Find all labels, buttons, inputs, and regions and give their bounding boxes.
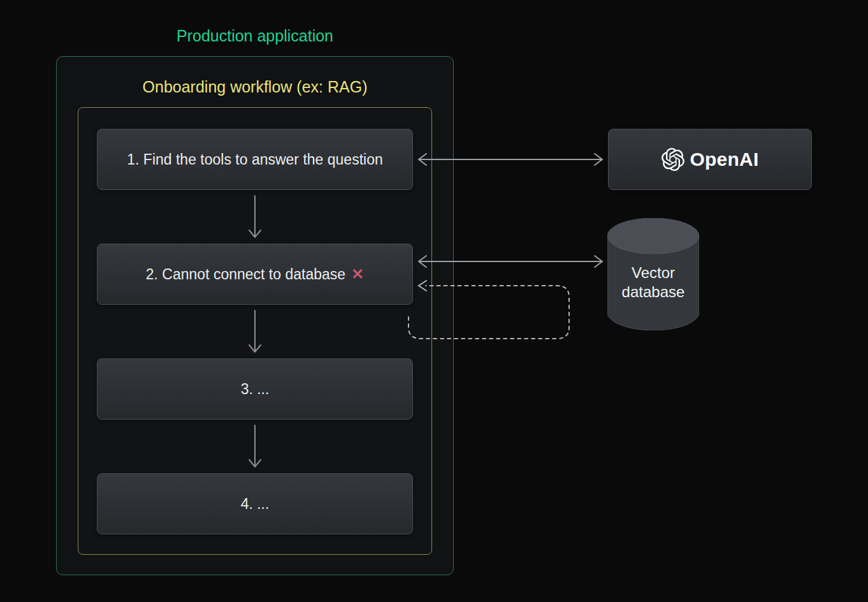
error-x-icon: ✕ xyxy=(351,265,364,283)
workflow-step-2-label: 2. Cannot connect to database xyxy=(146,266,345,283)
openai-node-label: OpenAI xyxy=(690,149,759,170)
onboarding-workflow-title: Onboarding workflow (ex: RAG) xyxy=(78,77,432,97)
workflow-step-1: 1. Find the tools to answer the question xyxy=(97,129,413,190)
workflow-step-4: 4. ... xyxy=(97,473,413,534)
diagram-canvas: Production application Onboarding workfl… xyxy=(0,0,868,602)
workflow-step-4-label: 4. ... xyxy=(241,496,270,513)
workflow-step-3: 3. ... xyxy=(97,358,413,420)
workflow-step-2: 2. Cannot connect to database ✕ xyxy=(97,244,413,305)
workflow-step-3-label: 3. ... xyxy=(241,381,270,398)
vector-database-label: Vector database xyxy=(607,254,699,311)
production-application-title: Production application xyxy=(56,26,454,46)
openai-node: OpenAI xyxy=(608,129,812,190)
workflow-step-1-label: 1. Find the tools to answer the question xyxy=(127,151,382,168)
openai-logo-icon xyxy=(662,148,684,171)
